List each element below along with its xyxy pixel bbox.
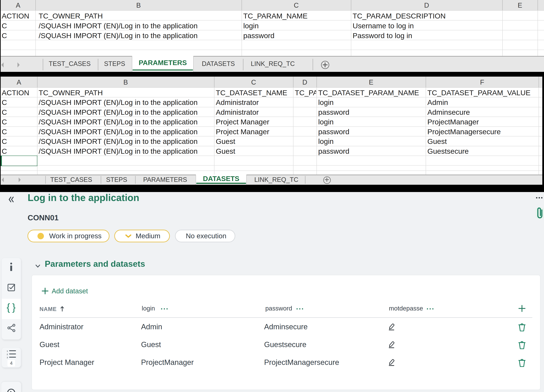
svg-text:1: 1 [7,350,8,352]
svg-text:3: 3 [7,357,8,359]
svg-text:2: 2 [7,353,8,355]
